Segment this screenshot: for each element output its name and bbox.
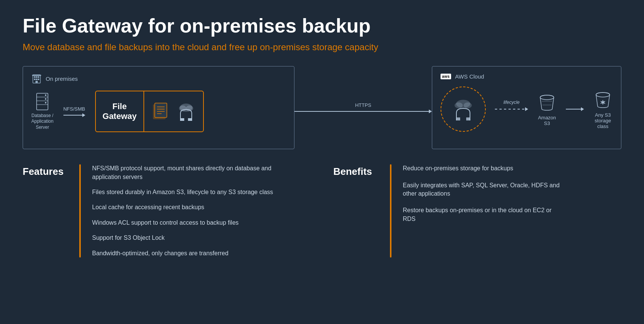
- https-connector: HTTPS: [294, 102, 432, 113]
- on-premises-label: On premises: [46, 76, 78, 82]
- list-item: Restore backups on-premises or in the cl…: [403, 206, 561, 223]
- s3-label: Amazon S3: [537, 115, 557, 126]
- svg-rect-31: [466, 117, 470, 120]
- s3-storage-class-block: Any S3 storage class: [593, 89, 613, 129]
- aws-cloud-box: aws AWS Cloud lifecycle: [432, 66, 621, 149]
- benefits-section: Benefits Reduce on-premises storage for …: [333, 164, 621, 258]
- aws-gateway-icon: [451, 97, 475, 121]
- server-label: Database / Application Server: [31, 113, 54, 131]
- benefit-items: Reduce on-premises storage for backups E…: [403, 164, 561, 258]
- server-block: Database / Application Server: [31, 93, 54, 131]
- list-item: Bandwidth-optimized, only changes are tr…: [92, 249, 273, 258]
- features-title: Features: [23, 164, 68, 258]
- benefits-title: Benefits: [333, 164, 379, 258]
- svg-point-28: [455, 103, 462, 108]
- gateway-arch-icon: [176, 100, 196, 123]
- svg-rect-7: [35, 81, 38, 83]
- features-bar: [79, 164, 81, 258]
- file-gateway-box: File Gateway: [95, 91, 204, 132]
- svg-point-13: [45, 94, 46, 96]
- on-premises-box: On premises Database / Application Serve…: [23, 66, 294, 149]
- svg-point-14: [45, 98, 46, 100]
- svg-rect-26: [188, 118, 192, 121]
- list-item: Files stored durably in Amazon S3, lifec…: [92, 188, 273, 196]
- feature-items: NFS/SMB protocol support, mount shares d…: [92, 164, 273, 258]
- diagram-section: On premises Database / Application Serve…: [23, 66, 621, 149]
- list-item: Reduce on-premises storage for backups: [403, 164, 561, 173]
- svg-rect-9: [37, 93, 48, 110]
- svg-rect-5: [36, 79, 37, 80]
- svg-rect-17: [155, 103, 167, 117]
- aws-cloud-label: AWS Cloud: [455, 73, 484, 80]
- page-subtitle: Move database and file backups into the …: [23, 42, 621, 52]
- fg-icons-section: [144, 91, 203, 131]
- list-item: NFS/SMB protocol support, mount shares d…: [92, 164, 273, 181]
- list-item: Local cache for accessing recent backups: [92, 203, 273, 211]
- fg-label: File Gateway: [103, 102, 137, 122]
- svg-rect-6: [38, 79, 39, 80]
- s3-bucket-icon: [537, 92, 557, 112]
- list-item: Easily integrates with SAP, SQL Server, …: [403, 181, 561, 198]
- bottom-section: Features NFS/SMB protocol support, mount…: [23, 164, 621, 258]
- on-premises-header: On premises: [31, 73, 286, 84]
- svg-rect-8: [32, 75, 41, 76]
- features-section: Features NFS/SMB protocol support, mount…: [23, 164, 311, 258]
- list-item: Windows ACL support to control access to…: [92, 219, 273, 227]
- dashed-line: [495, 109, 525, 110]
- svg-rect-3: [38, 76, 39, 78]
- https-label: HTTPS: [355, 102, 371, 108]
- svg-rect-25: [180, 118, 184, 121]
- aws-content: lifecycle Amazon S3: [441, 86, 613, 132]
- files-icon: [151, 100, 171, 123]
- svg-point-35: [596, 93, 610, 97]
- svg-rect-2: [36, 76, 37, 78]
- svg-rect-1: [34, 76, 35, 78]
- s3-storage-label: Any S3 storage class: [593, 112, 613, 129]
- protocol-label: NFS/SMB: [63, 106, 85, 112]
- svg-rect-30: [456, 117, 460, 120]
- aws-cloud-header: aws AWS Cloud: [441, 73, 613, 80]
- s3-block: Amazon S3: [537, 92, 557, 126]
- svg-point-29: [464, 103, 471, 108]
- fg-label-section: File Gateway: [96, 91, 145, 131]
- svg-point-32: [540, 95, 554, 100]
- lifecycle-label: lifecycle: [504, 100, 520, 105]
- svg-rect-4: [34, 79, 35, 80]
- svg-point-15: [45, 102, 46, 103]
- s3-storage-icon: [593, 89, 613, 109]
- aws-logo: aws: [441, 74, 451, 79]
- building-icon: [31, 73, 42, 84]
- lifecycle-connector: lifecycle: [495, 107, 528, 111]
- aws-gateway-circle: [441, 86, 486, 132]
- page-title: File Gateway for on-premises backup: [23, 15, 621, 37]
- diagram-content: Database / Application Server NFS/SMB Fi…: [31, 91, 286, 132]
- list-item: Support for S3 Object Lock: [92, 234, 273, 242]
- benefits-bar: [390, 164, 391, 258]
- nfs-smb-connector: NFS/SMB: [60, 106, 88, 117]
